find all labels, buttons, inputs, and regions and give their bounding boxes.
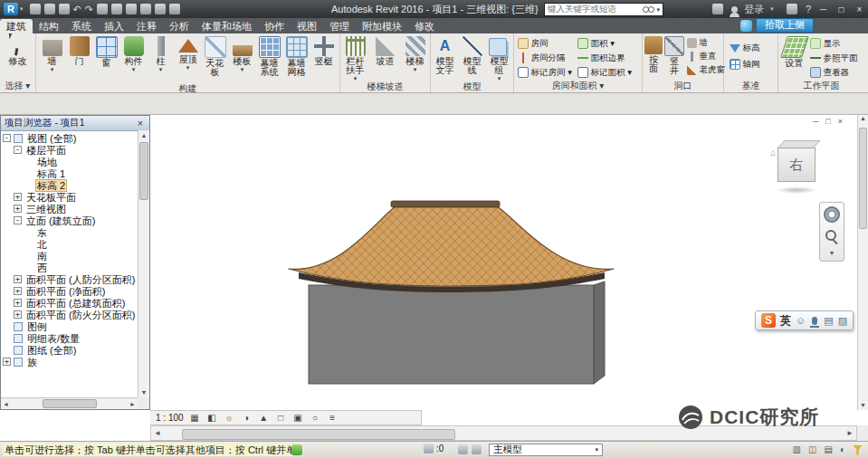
emoji-icon[interactable]: ☺ (796, 315, 806, 326)
set-workplane-button[interactable]: 设置 (781, 34, 808, 68)
modify-button[interactable]: 修改 (2, 34, 34, 66)
close-button[interactable]: × (854, 5, 865, 14)
tab-view[interactable]: 视图 (291, 19, 323, 33)
tree-item-level-1[interactable]: 标高 1 (1, 167, 138, 179)
tree-toggle[interactable]: + (14, 310, 22, 319)
window-button[interactable]: 窗 (93, 34, 120, 74)
tab-insert[interactable]: 插入 (98, 19, 130, 33)
ref-plane-button[interactable]: 参照平面 (808, 51, 863, 65)
ime-toolbox-icon[interactable]: ▨ (838, 315, 847, 326)
view-close-icon[interactable]: × (838, 117, 843, 126)
tag-icon[interactable] (126, 4, 137, 14)
sync-icon[interactable] (59, 4, 70, 14)
tree-item-elevations[interactable]: -立面 (建筑立面) (1, 215, 138, 226)
show-crop-icon[interactable]: ▣ (292, 411, 304, 425)
view-cube[interactable]: 右 ⌂ (772, 140, 821, 194)
sign-in-button[interactable]: 登录 (744, 3, 764, 16)
tab-annotate[interactable]: 注释 (130, 19, 163, 33)
tree-item-east[interactable]: 东 (1, 226, 138, 238)
print-icon[interactable] (97, 4, 108, 14)
measure-icon[interactable] (111, 4, 122, 14)
redo-icon[interactable]: ↷ (85, 4, 93, 14)
help-button[interactable]: ? (806, 4, 811, 14)
scale-button[interactable]: 1 : 100 (156, 413, 184, 423)
scrollbar-thumb[interactable] (182, 429, 455, 440)
view-restore-icon[interactable]: □ (825, 117, 830, 126)
scroll-down-icon[interactable]: ▼ (138, 387, 149, 397)
door-button[interactable]: 门 (66, 34, 93, 72)
scroll-left-icon[interactable]: ◄ (3, 401, 9, 407)
exclude-options-icon[interactable]: ◐ (840, 444, 845, 456)
tree-toggle[interactable]: + (14, 299, 22, 307)
worksets-icon[interactable]: ◫ (808, 444, 816, 456)
tag-area-button[interactable]: 标记面积 ▾ (576, 65, 641, 80)
scrollbar-thumb[interactable] (859, 128, 867, 229)
sogou-logo-icon[interactable]: S (761, 313, 776, 328)
save-icon[interactable] (44, 4, 55, 14)
scroll-right-icon[interactable]: ► (129, 401, 136, 407)
area-boundary-button[interactable]: 面积边界 (576, 51, 641, 65)
undo-icon[interactable]: ↶ (73, 4, 81, 14)
crop-view-icon[interactable]: □ (275, 411, 287, 425)
voice-input-icon[interactable] (812, 317, 817, 325)
tree-item-area-plan-fire[interactable]: +面积平面 (防火分区面积) (1, 309, 138, 320)
panel-label-select[interactable]: 选择 ▾ (0, 81, 35, 92)
design-options-icon[interactable]: ▤ (825, 444, 833, 456)
panel-label-room-area[interactable]: 房间和面积 ▾ (514, 81, 642, 92)
tree-item-south[interactable]: 南 (1, 250, 138, 262)
tab-analyze[interactable]: 分析 (163, 19, 196, 33)
tree-item-area-plan-net[interactable]: +面积平面 (净面积) (1, 285, 138, 297)
tree-item-views-all[interactable]: -视图 (全部) (1, 132, 138, 144)
drawing-area[interactable]: ─ □ × 右 ⌂ ▾ S 英 ☺ ▤ ▨ (150, 115, 857, 410)
default-3d-view-icon[interactable] (140, 4, 151, 14)
sun-path-icon[interactable]: ☼ (224, 411, 235, 425)
railing-button[interactable]: 栏杆扶手▾ (340, 34, 370, 81)
rendering-dialog-icon[interactable]: ▲ (258, 411, 270, 425)
model-text-button[interactable]: A模型文字 (432, 34, 459, 81)
vertical-opening-button[interactable]: 垂直 (685, 50, 723, 63)
tree-item-legends[interactable]: 图例 (1, 320, 138, 332)
search-dropdown-icon[interactable]: ▾ (656, 6, 660, 14)
tab-modify[interactable]: 修改 (408, 19, 441, 33)
zoom-icon[interactable] (825, 229, 839, 243)
tree-item-ceiling-plans[interactable]: +天花板平面 (1, 191, 138, 203)
tree-item-north[interactable]: 北 (1, 238, 138, 250)
tree-toggle[interactable]: + (3, 358, 11, 366)
search-icon[interactable] (648, 6, 654, 13)
navigation-wheel-icon[interactable] (824, 206, 840, 223)
wall-opening-button[interactable]: 墙 (685, 36, 723, 50)
show-workplane-button[interactable]: 显示 (808, 36, 863, 51)
tab-collaborate[interactable]: 协作 (258, 19, 291, 33)
view-cube-home-icon[interactable]: ⌂ (770, 148, 776, 157)
column-button[interactable]: 柱▾ (148, 34, 175, 72)
view-cube-top-face[interactable] (777, 140, 820, 148)
thin-lines-icon[interactable] (169, 4, 180, 14)
section-icon[interactable] (155, 4, 166, 14)
tab-architecture[interactable]: 建筑 (0, 19, 33, 33)
by-face-button[interactable]: 按面 (644, 34, 664, 73)
exchange-apps-icon[interactable] (787, 4, 797, 14)
view-vertical-scrollbar[interactable]: ▲ ▼ (857, 115, 868, 410)
model-line-button[interactable]: 模型线 (459, 34, 486, 81)
grid-button[interactable]: 轴网 (728, 56, 775, 72)
worksharing-display-icon[interactable] (458, 444, 468, 454)
tree-item-west[interactable]: 西 (1, 262, 138, 273)
detail-level-icon[interactable]: ▦ (189, 411, 201, 425)
tree-item-schedules[interactable]: 明细表/数量 (1, 332, 138, 344)
tag-room-button[interactable]: 标记房间 ▾ (516, 65, 576, 80)
level-button[interactable]: 标高 (728, 40, 775, 56)
dormer-button[interactable]: 老虎窗 (685, 63, 723, 77)
component-button[interactable]: 构件▾ (120, 34, 148, 72)
tree-toggle[interactable]: - (14, 216, 22, 224)
tree-item-floor-plans[interactable]: -楼层平面 (1, 144, 138, 156)
tree-item-area-plan-civil-defense[interactable]: +面积平面 (人防分区面积) (1, 273, 138, 285)
sign-in-arrow-icon[interactable]: ▾ (770, 5, 774, 13)
view-cube-front-face[interactable]: 右 (777, 148, 816, 182)
selection-filter-icon[interactable] (853, 445, 863, 455)
link-status-icon[interactable] (472, 444, 482, 454)
minimize-button[interactable]: ─ (817, 5, 829, 14)
visual-style-icon[interactable]: ◧ (206, 411, 218, 425)
stair-button[interactable]: 楼梯▾ (400, 34, 430, 72)
editing-requests[interactable]: :0 (424, 444, 444, 453)
scroll-right-icon[interactable]: ► (846, 429, 854, 437)
